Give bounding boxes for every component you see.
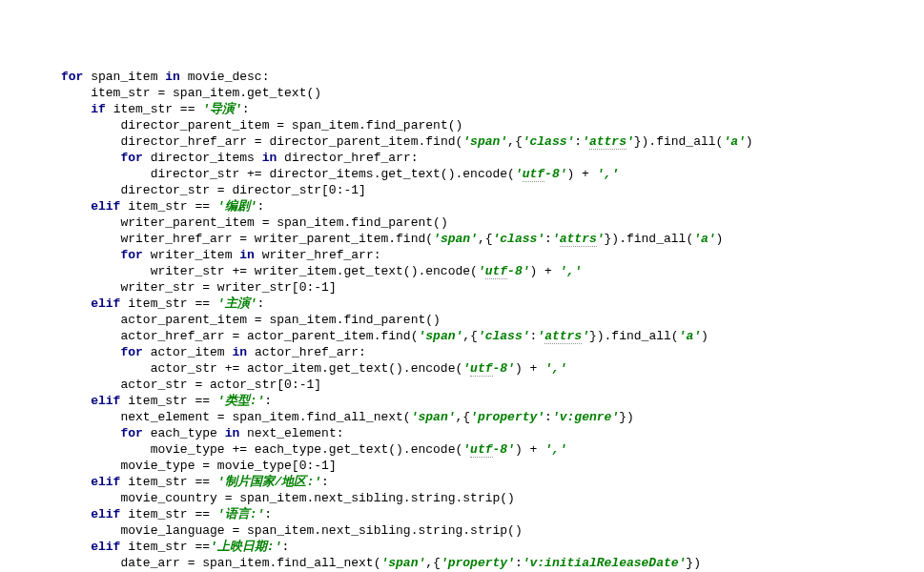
string-token: 'class' <box>523 134 575 149</box>
string-token: 'class' <box>478 329 530 343</box>
code-line[interactable]: elif item_str == '类型:': <box>61 393 924 409</box>
code-line[interactable]: director_parent_item = span_item.find_pa… <box>61 117 924 133</box>
code-line[interactable]: actor_parent_item = span_item.find_paren… <box>61 312 924 328</box>
indent <box>61 215 120 230</box>
keyword-token: for <box>120 248 150 262</box>
code-line[interactable]: elif item_str == '语言:': <box>61 506 924 522</box>
string-token: '类型:' <box>217 394 264 408</box>
code-token: ,{ <box>507 134 523 149</box>
indent <box>61 475 91 489</box>
code-line[interactable]: date_arr = span_item.find_all_next('span… <box>61 555 924 571</box>
code-token: ] <box>314 378 321 392</box>
code-token: 1 <box>321 280 329 295</box>
code-token: ) + <box>530 264 560 278</box>
string-token: -8' <box>507 264 529 278</box>
code-token: movie_country = span_item.next_sibling.s… <box>120 491 514 505</box>
string-token: ' <box>552 232 560 246</box>
keyword-token: for <box>120 345 150 359</box>
code-token: :- <box>306 280 321 295</box>
indent <box>61 167 151 181</box>
code-token: : <box>257 199 264 214</box>
code-token: :- <box>337 183 352 197</box>
indent <box>61 264 151 278</box>
string-token: ' <box>462 442 470 457</box>
string-token: utf <box>470 442 492 458</box>
code-token: : <box>264 507 272 521</box>
indent <box>61 134 120 149</box>
code-line[interactable]: actor_str = actor_str[0:-1] <box>61 377 924 393</box>
code-token: 1 <box>351 183 359 197</box>
code-token: :- <box>306 459 321 473</box>
code-line[interactable]: for each_type in next_element: <box>61 425 924 441</box>
code-token: : <box>574 134 582 149</box>
code-line[interactable]: movie_country = span_item.next_sibling.s… <box>61 490 924 506</box>
keyword-token: elif <box>91 507 128 521</box>
code-line[interactable]: for span_item in movie_desc: <box>61 69 924 85</box>
string-token: 'span' <box>433 232 478 246</box>
indent <box>61 556 120 570</box>
string-token: 'span' <box>380 556 425 570</box>
string-token: attrs <box>589 134 626 150</box>
string-token: 'property' <box>441 556 515 570</box>
code-token: span_item <box>91 70 165 84</box>
code-token: ] <box>329 280 337 295</box>
code-line[interactable]: movie_type = movie_type[0:-1] <box>61 458 924 474</box>
code-token: ) + <box>515 361 544 376</box>
code-line[interactable]: director_str = director_str[0:-1] <box>61 182 924 198</box>
code-line[interactable]: actor_href_arr = actor_parent_item.find(… <box>61 328 924 344</box>
string-token: '语言:' <box>217 507 264 521</box>
code-line[interactable]: for actor_item in actor_href_arr: <box>61 344 924 360</box>
code-line[interactable]: movie_type += each_type.get_text().encod… <box>61 441 924 458</box>
code-token: ,{ <box>455 410 470 424</box>
code-token: ,{ <box>478 232 493 246</box>
code-token: ) <box>701 329 708 343</box>
string-token: ' <box>597 232 605 246</box>
code-token: 1 <box>321 459 329 473</box>
string-token: 'a' <box>723 134 745 149</box>
code-token: movie_type += each_type.get_text().encod… <box>151 442 463 457</box>
keyword-token: for <box>120 426 150 440</box>
indent <box>61 540 91 554</box>
code-line[interactable]: director_str += director_items.get_text(… <box>61 166 924 182</box>
code-token: ) <box>716 232 724 246</box>
code-line[interactable]: next_element = span_item.find_all_next('… <box>61 409 924 425</box>
code-token: : <box>515 556 523 570</box>
indent <box>61 280 120 295</box>
code-line[interactable]: for director_items in director_href_arr: <box>61 150 924 166</box>
code-editor-pane[interactable]: for span_item in movie_desc: item_str = … <box>0 65 924 572</box>
code-line[interactable]: writer_href_arr = writer_parent_item.fin… <box>61 231 924 247</box>
keyword-token: in <box>165 70 187 84</box>
code-line[interactable]: writer_str = writer_str[0:-1] <box>61 279 924 296</box>
code-line[interactable]: movie_language = span_item.next_sibling.… <box>61 522 924 539</box>
code-line[interactable]: writer_parent_item = span_item.find_pare… <box>61 214 924 231</box>
code-token: item_str == <box>128 394 217 408</box>
indent <box>61 248 120 262</box>
code-line[interactable]: if item_str == '导演': <box>61 101 924 117</box>
string-token: 'class' <box>493 232 545 246</box>
code-token: date_arr = span_item.find_all_next( <box>120 556 380 570</box>
code-line[interactable]: director_href_arr = director_parent_item… <box>61 133 924 150</box>
code-line[interactable]: elif item_str == '编剧': <box>61 198 924 214</box>
code-line[interactable]: for writer_item in writer_href_arr: <box>61 247 924 263</box>
string-token: ' <box>478 264 485 278</box>
string-token: '主演' <box>217 296 257 311</box>
code-token: writer_parent_item = span_item.find_pare… <box>120 215 447 230</box>
code-line[interactable]: item_str = span_item.get_text() <box>61 85 924 101</box>
indent <box>61 410 120 424</box>
code-token: item_str == <box>128 296 217 311</box>
code-token: ] <box>329 459 337 473</box>
string-token: 'v:initialReleaseDate' <box>523 556 687 570</box>
code-line[interactable]: writer_str += writer_item.get_text().enc… <box>61 263 924 279</box>
keyword-token: in <box>225 426 247 440</box>
code-line[interactable]: elif item_str == '制片国家/地区:': <box>61 474 924 490</box>
string-token: -8' <box>544 167 566 181</box>
indent <box>61 459 120 473</box>
code-line[interactable]: actor_str += actor_item.get_text().encod… <box>61 360 924 377</box>
code-token: movie_language = span_item.next_sibling.… <box>120 523 522 538</box>
code-line[interactable]: elif item_str == '主演': <box>61 296 924 312</box>
code-token: writer_str = writer_str[ <box>120 280 298 295</box>
indent <box>61 151 120 165</box>
string-token: ' <box>462 361 470 376</box>
code-line[interactable]: elif item_str =='上映日期:': <box>61 539 924 555</box>
string-token: ' <box>515 167 523 181</box>
